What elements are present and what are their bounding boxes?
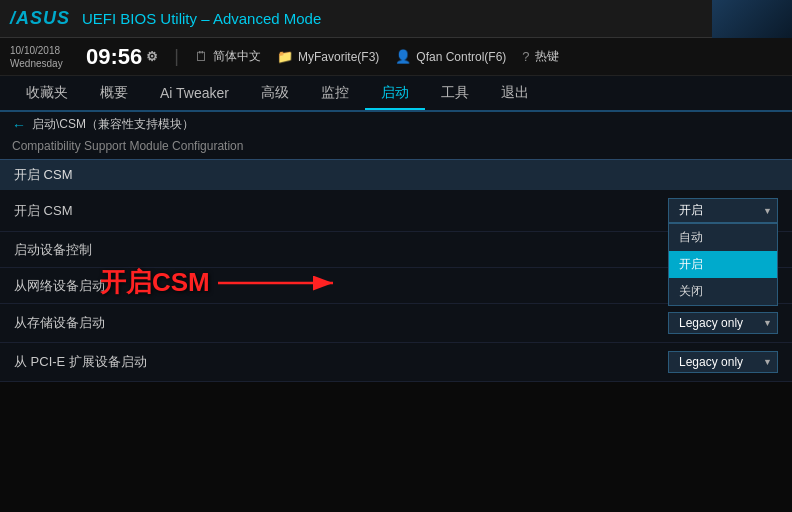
gear-icon[interactable]: ⚙: [146, 49, 158, 64]
setting-label-boot-control: 启动设备控制: [14, 241, 778, 259]
favorite-label: MyFavorite(F3): [298, 50, 379, 64]
setting-label-csm: 开启 CSM: [14, 202, 668, 220]
nav-item-monitor[interactable]: 监控: [305, 78, 365, 108]
csm-option-auto[interactable]: 自动: [669, 224, 777, 251]
csm-option-enable[interactable]: 开启: [669, 251, 777, 278]
csm-dropdown-menu: 自动 开启 关闭: [668, 223, 778, 306]
breadcrumb-path: 启动\CSM（兼容性支持模块）: [32, 116, 194, 133]
nav-item-summary[interactable]: 概要: [84, 78, 144, 108]
csm-dropdown-button[interactable]: 开启: [668, 198, 778, 223]
nav-item-exit[interactable]: 退出: [485, 78, 545, 108]
nav-item-tools[interactable]: 工具: [425, 78, 485, 108]
setting-label-network-boot: 从网络设备启动: [14, 277, 778, 295]
bios-title: UEFI BIOS Utility – Advanced Mode: [82, 10, 321, 27]
csm-dropdown-container: 开启 自动 开启 关闭: [668, 198, 778, 223]
nav-item-boot[interactable]: 启动: [365, 78, 425, 110]
nav-item-advanced[interactable]: 高级: [245, 78, 305, 108]
language-selector[interactable]: 🗒 简体中文: [195, 48, 261, 65]
hotkey-label: 热键: [535, 48, 559, 65]
clock-display: 09:56 ⚙: [86, 44, 158, 70]
date-text: 10/10/2018: [10, 44, 70, 57]
separator: |: [174, 46, 179, 67]
nav-bar: 收藏夹 概要 Ai Tweaker 高级 监控 启动 工具 退出: [0, 76, 792, 112]
subtitle-text: Compatibility Support Module Configurati…: [12, 139, 243, 153]
top-bar: /ASUS UEFI BIOS Utility – Advanced Mode: [0, 0, 792, 38]
myfavorite-button[interactable]: 📁 MyFavorite(F3): [277, 49, 379, 64]
pcie-boot-dropdown[interactable]: Legacy only: [668, 351, 778, 373]
language-label: 简体中文: [213, 48, 261, 65]
nav-item-ai-tweaker[interactable]: Ai Tweaker: [144, 79, 245, 107]
qfan-control-button[interactable]: 👤 Qfan Control(F6): [395, 49, 506, 64]
setting-row-csm: 开启 CSM 开启 自动 开启 关闭: [0, 190, 792, 232]
subtitle-bar: Compatibility Support Module Configurati…: [0, 137, 792, 159]
qfan-icon: 👤: [395, 49, 411, 64]
setting-row-pcie-boot: 从 PCI-E 扩展设备启动 Legacy only: [0, 343, 792, 382]
setting-value-storage-boot: Legacy only: [668, 312, 778, 334]
back-arrow-icon[interactable]: ←: [12, 117, 26, 133]
main-content: 开启 CSM 开启 自动 开启 关闭 启动设备控制 从网络设备启动 从存储设备启…: [0, 190, 792, 382]
language-icon: 🗒: [195, 49, 208, 64]
section-header: 开启 CSM: [0, 159, 792, 190]
storage-boot-dropdown[interactable]: Legacy only: [668, 312, 778, 334]
asus-logo: /ASUS: [10, 8, 70, 29]
hotkey-icon: ?: [522, 49, 529, 64]
csm-option-disable[interactable]: 关闭: [669, 278, 777, 305]
setting-row-storage-boot: 从存储设备启动 Legacy only: [0, 304, 792, 343]
day-text: Wednesday: [10, 57, 70, 70]
setting-label-storage-boot: 从存储设备启动: [14, 314, 668, 332]
time-text: 09:56: [86, 44, 142, 70]
setting-label-pcie-boot: 从 PCI-E 扩展设备启动: [14, 353, 668, 371]
qfan-label: Qfan Control(F6): [416, 50, 506, 64]
datetime-display: 10/10/2018 Wednesday: [10, 44, 70, 70]
section-header-text: 开启 CSM: [14, 167, 73, 182]
nav-item-favorites[interactable]: 收藏夹: [10, 78, 84, 108]
favorite-icon: 📁: [277, 49, 293, 64]
hotkey-button[interactable]: ? 热键: [522, 48, 558, 65]
top-image-decoration: [712, 0, 792, 38]
breadcrumb: ← 启动\CSM（兼容性支持模块）: [0, 112, 792, 137]
setting-value-csm: 开启 自动 开启 关闭: [668, 198, 778, 223]
info-bar: 10/10/2018 Wednesday 09:56 ⚙ | 🗒 简体中文 📁 …: [0, 38, 792, 76]
setting-value-pcie-boot: Legacy only: [668, 351, 778, 373]
